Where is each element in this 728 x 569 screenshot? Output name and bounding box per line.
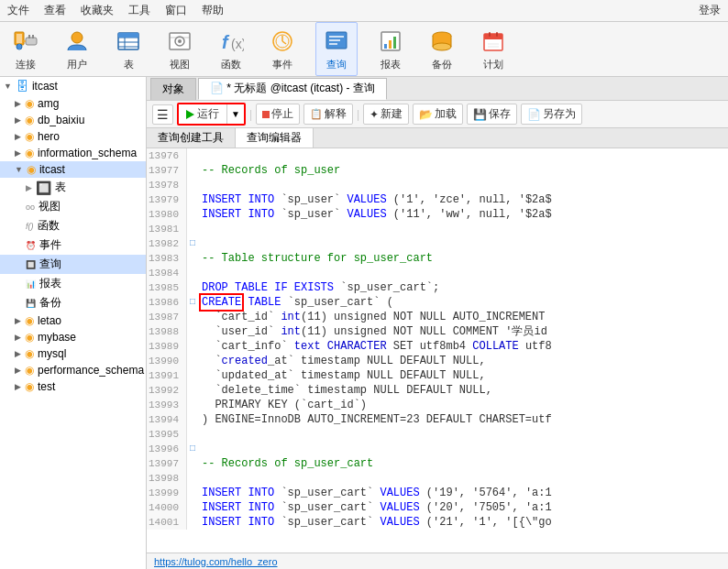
- sidebar: ▼ 🗄 itcast ▶ ◉ amg ▶ ◉ db_baixiu ▶ ◉ her…: [0, 77, 147, 569]
- status-link[interactable]: https://tulog.com/hello_zero: [154, 556, 278, 567]
- play-icon: [186, 110, 194, 119]
- code-line-13990: 13990 `created_at` timestamp NULL DEFAUL…: [147, 354, 728, 368]
- login-button[interactable]: 登录: [699, 3, 721, 18]
- sidebar-item-mybase[interactable]: ▶ ◉ mybase: [0, 329, 146, 345]
- new-button[interactable]: ✦ 新建: [363, 104, 409, 125]
- toolbar-query-label: 查询: [326, 58, 347, 71]
- database-icon: 🗄: [16, 79, 28, 93]
- folder-icon2: oo: [26, 202, 35, 212]
- sub-tab-creator[interactable]: 查询创建工具: [147, 128, 236, 148]
- sidebar-item-performance-schema[interactable]: ▶ ◉ performance_schema: [0, 362, 146, 378]
- toolbar-function[interactable]: f (x) 函数: [213, 27, 249, 71]
- leaf-icon: ▶: [15, 99, 21, 108]
- folder-icon: ▶: [26, 183, 32, 192]
- save-as-button[interactable]: 📄 另存为: [521, 104, 582, 125]
- sidebar-label-events: 事件: [39, 237, 61, 253]
- code-line-13978: 13978: [147, 178, 728, 192]
- toolbar-schedule[interactable]: 计划: [475, 27, 512, 71]
- sidebar-item-itcast[interactable]: ▼ ◉ itcast: [0, 161, 146, 178]
- load-icon: 📂: [419, 108, 433, 121]
- explain-icon: 📋: [310, 108, 323, 120]
- menu-bar: 文件 查看 收藏夹 工具 窗口 帮助 登录: [0, 0, 728, 22]
- sidebar-label-functions: 函数: [38, 218, 60, 234]
- menu-favorites[interactable]: 收藏夹: [81, 3, 114, 18]
- leaf-icon: ▶: [15, 132, 21, 141]
- svg-rect-6: [28, 35, 30, 38]
- run-dropdown-arrow[interactable]: ▼: [227, 104, 244, 124]
- main-container: ▼ 🗄 itcast ▶ ◉ amg ▶ ◉ db_baixiu ▶ ◉ her…: [0, 77, 728, 569]
- toolbar-query[interactable]: 查询: [315, 22, 358, 76]
- run-button[interactable]: 运行: [179, 104, 227, 124]
- sidebar-item-db-baixiu[interactable]: ▶ ◉ db_baixiu: [0, 112, 146, 128]
- sidebar-item-mysql[interactable]: ▶ ◉ mysql: [0, 345, 146, 362]
- code-line-13989: 13989 `cart_info` text CHARACTER SET utf…: [147, 339, 728, 354]
- svg-text:f: f: [222, 32, 230, 52]
- tree-expand-icon: ▼: [4, 82, 12, 91]
- svg-rect-31: [384, 44, 387, 49]
- svg-rect-33: [393, 37, 396, 49]
- sidebar-item-queries-folder[interactable]: 🔲 查询: [0, 255, 146, 274]
- code-line-13997: 13997 -- Records of sp_user_cart: [147, 456, 728, 471]
- menu-file[interactable]: 文件: [7, 3, 29, 18]
- query-toolbar: ☰ 运行 ▼ | 停止 📋 解释 | ✦ 新建: [147, 101, 728, 128]
- sub-tabs: 查询创建工具 查询编辑器: [147, 128, 728, 148]
- code-line-13995: 13995: [147, 427, 728, 442]
- right-panel: 对象 📄 * 无标题 @itcast (itcast) - 查询 ☰ 运行 ▼ …: [147, 77, 728, 569]
- sidebar-item-backup-folder[interactable]: 💾 备份: [0, 293, 146, 312]
- table-folder-icon: 🔲: [36, 181, 51, 195]
- toolbar-event[interactable]: 事件: [264, 27, 301, 71]
- code-editor[interactable]: 13976 13977 -- Records of sp_user 13978 …: [147, 148, 728, 553]
- load-button[interactable]: 📂 加载: [413, 104, 463, 125]
- toolbar-report[interactable]: 报表: [372, 27, 409, 71]
- db-icon7: ◉: [25, 380, 34, 393]
- sidebar-item-tables-folder[interactable]: ▶ 🔲 表: [0, 178, 146, 197]
- sidebar-item-reports-folder[interactable]: 📊 报表: [0, 274, 146, 293]
- code-line-13985: 13985 DROP TABLE IF EXISTS `sp_user_cart…: [147, 280, 728, 295]
- toolbar-backup[interactable]: 备份: [424, 27, 460, 71]
- tab-objects[interactable]: 对象: [150, 78, 196, 100]
- sidebar-item-functions-folder[interactable]: f() 函数: [0, 216, 146, 235]
- svg-point-9: [72, 32, 83, 43]
- menu-tools[interactable]: 工具: [128, 3, 150, 18]
- hamburger-menu-button[interactable]: ☰: [152, 104, 173, 125]
- sidebar-label-hero: hero: [38, 130, 60, 143]
- event-icon: [268, 27, 297, 56]
- sidebar-item-events-folder[interactable]: ⏰ 事件: [0, 235, 146, 255]
- sidebar-item-amg[interactable]: ▶ ◉ amg: [0, 95, 146, 112]
- sidebar-item-root[interactable]: ▼ 🗄 itcast: [0, 77, 146, 95]
- sidebar-item-hero[interactable]: ▶ ◉ hero: [0, 128, 146, 145]
- sidebar-item-letao[interactable]: ▶ ◉ letao: [0, 312, 146, 329]
- leaf-icon5: ▶: [15, 349, 21, 358]
- db-icon: ◉: [25, 130, 34, 143]
- save-button[interactable]: 💾 保存: [467, 104, 517, 125]
- toolbar-connect[interactable]: 连接: [7, 27, 44, 71]
- leaf-icon4: ▶: [15, 333, 21, 342]
- leaf-icon6: ▶: [15, 366, 21, 375]
- explain-button[interactable]: 📋 解释: [303, 104, 353, 125]
- toolbar-table[interactable]: 表: [110, 27, 147, 71]
- code-line-13988: 13988 `user_id` int(11) unsigned NOT NUL…: [147, 324, 728, 339]
- sidebar-item-info-schema[interactable]: ▶ ◉ information_schema: [0, 145, 146, 161]
- toolbar-event-label: 事件: [272, 58, 292, 71]
- menu-help[interactable]: 帮助: [202, 3, 224, 18]
- toolbar-view[interactable]: 视图: [161, 27, 198, 71]
- toolbar-schedule-label: 计划: [483, 58, 503, 71]
- new-label: 新建: [381, 106, 403, 122]
- sidebar-label-db-baixiu: db_baixiu: [38, 114, 84, 126]
- sidebar-item-views-folder[interactable]: oo 视图: [0, 197, 146, 216]
- tab-query[interactable]: 📄 * 无标题 @itcast (itcast) - 查询: [198, 78, 387, 100]
- code-line-13981: 13981: [147, 222, 728, 236]
- sidebar-item-test[interactable]: ▶ ◉ test: [0, 378, 146, 395]
- stop-button[interactable]: 停止: [256, 104, 300, 125]
- sub-tab-editor[interactable]: 查询编辑器: [236, 128, 314, 148]
- query-icon: [322, 27, 351, 56]
- code-line-13991: 13991 `updated_at` timestamp NULL DEFAUL…: [147, 368, 728, 383]
- menu-view[interactable]: 查看: [44, 3, 66, 18]
- sidebar-label-mybase: mybase: [38, 331, 76, 344]
- menu-window[interactable]: 窗口: [165, 3, 187, 18]
- schedule-icon: [479, 27, 508, 56]
- toolbar-table-label: 表: [124, 58, 134, 71]
- save-icon: 💾: [473, 108, 487, 121]
- code-line-13982: 13982 □: [147, 236, 728, 251]
- toolbar-user[interactable]: 用户: [59, 27, 95, 71]
